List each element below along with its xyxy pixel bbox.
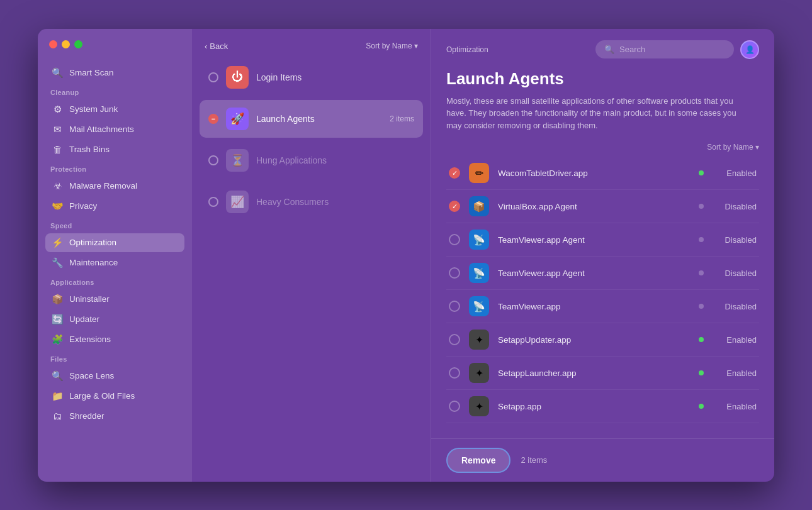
sidebar-item-malware-removal[interactable]: ☣ Malware Removal (45, 177, 184, 196)
app-row-setapp[interactable]: ✦ Setapp.app Enabled (446, 390, 759, 423)
app-row-teamviewer3[interactable]: 📡 TeamViewer.app Disabled (446, 290, 759, 323)
setapp-label: Setapp.app (498, 402, 690, 411)
setapp-updater-status: Enabled (713, 335, 757, 345)
teamviewer1-status-dot (699, 237, 704, 242)
sidebar-section-speed: Speed (45, 217, 184, 232)
teamviewer2-checkbox[interactable] (449, 267, 460, 279)
hung-apps-icon: ⏳ (226, 149, 249, 172)
sidebar-item-mail-attachments[interactable]: ✉ Mail Attachments (45, 120, 184, 139)
search-icon: 🔍 (604, 45, 614, 54)
space-lens-icon: 🔍 (52, 370, 63, 382)
heavy-consumers-radio (208, 197, 218, 207)
setapp-launcher-status: Enabled (713, 369, 757, 378)
setapp-launcher-checkbox[interactable] (449, 367, 460, 379)
setapp-updater-status-dot (699, 337, 704, 342)
hung-apps-radio (208, 155, 218, 165)
sidebar-item-label: Updater (69, 314, 99, 324)
sidebar-item-privacy[interactable]: 🤝 Privacy (45, 197, 184, 216)
trash-icon: 🗑 (52, 144, 63, 155)
page-title: Launch Agents (446, 69, 759, 89)
right-header: Optimization 🔍 👤 (431, 29, 774, 59)
list-item-launch-agents[interactable]: − 🚀 Launch Agents 2 items (200, 100, 423, 138)
back-chevron-icon: ‹ (205, 42, 207, 51)
sidebar-item-label: Uninstaller (69, 294, 110, 304)
sidebar-section-files: Files (45, 350, 184, 365)
setapp-launcher-icon: ✦ (469, 363, 489, 383)
sidebar-item-trash-bins[interactable]: 🗑 Trash Bins (45, 140, 184, 159)
teamviewer3-checkbox[interactable] (449, 301, 460, 312)
teamviewer3-status: Disabled (713, 302, 757, 311)
sidebar-item-updater[interactable]: 🔄 Updater (45, 310, 184, 329)
close-button[interactable] (49, 40, 57, 48)
mail-icon: ✉ (52, 124, 63, 135)
sidebar-item-label: Maintenance (69, 258, 118, 267)
virtualbox-checkbox[interactable] (449, 201, 460, 212)
virtualbox-icon: 📦 (469, 196, 489, 216)
setapp-status: Enabled (713, 402, 757, 411)
sidebar-item-label: Optimization (69, 238, 116, 247)
app-row-teamviewer1[interactable]: 📡 TeamViewer.app Agent Disabled (446, 223, 759, 257)
setapp-updater-checkbox[interactable] (449, 334, 460, 345)
heavy-consumers-icon: 📈 (226, 191, 249, 213)
app-row-wacom[interactable]: ✏ WacomTabletDriver.app Enabled (446, 157, 759, 190)
teamviewer3-status-dot (699, 304, 704, 309)
wacom-label: WacomTabletDriver.app (498, 169, 690, 178)
setapp-checkbox[interactable] (449, 401, 460, 412)
apps-sort-button[interactable]: Sort by Name ▾ (446, 143, 759, 152)
app-row-virtualbox[interactable]: 📦 VirtualBox.app Agent Disabled (446, 190, 759, 223)
sidebar-item-optimization[interactable]: ⚡ Optimization (45, 233, 184, 252)
large-files-icon: 📁 (52, 391, 63, 402)
middle-header: ‹ Back Sort by Name ▾ (192, 29, 431, 58)
teamviewer1-checkbox[interactable] (449, 234, 460, 245)
heavy-consumers-label: Heavy Consumers (256, 197, 414, 207)
app-row-setapp-launcher[interactable]: ✦ SetappLauncher.app Enabled (446, 357, 759, 390)
maintenance-icon: 🔧 (52, 257, 63, 269)
launch-agents-label: Launch Agents (256, 114, 382, 124)
virtualbox-status: Disabled (713, 202, 757, 211)
login-items-icon: ⏻ (226, 66, 249, 89)
sidebar-item-system-junk[interactable]: ⚙ System Junk (45, 100, 184, 119)
teamviewer1-status: Disabled (713, 235, 757, 245)
sidebar-item-maintenance[interactable]: 🔧 Maintenance (45, 253, 184, 272)
setapp-launcher-status-dot (699, 370, 704, 375)
sidebar-item-uninstaller[interactable]: 📦 Uninstaller (45, 290, 184, 309)
sidebar-item-shredder[interactable]: 🗂 Shredder (45, 407, 184, 426)
app-row-teamviewer2[interactable]: 📡 TeamViewer.app Agent Disabled (446, 257, 759, 290)
wacom-checkbox[interactable] (449, 167, 460, 179)
wacom-status-dot (699, 170, 704, 175)
smart-scan-icon: 🔍 (52, 67, 63, 79)
sidebar-item-large-old-files[interactable]: 📁 Large & Old Files (45, 387, 184, 406)
sidebar-item-space-lens[interactable]: 🔍 Space Lens (45, 367, 184, 385)
sidebar-item-label: Large & Old Files (69, 391, 135, 401)
right-panel: Optimization 🔍 👤 Launch Agents Mostly, t… (431, 29, 774, 482)
app-row-setapp-updater[interactable]: ✦ SetappUpdater.app Enabled (446, 323, 759, 357)
list-item-hung-applications[interactable]: ⏳ Hung Applications (200, 141, 423, 179)
page-description: Mostly, these are small satellite applic… (446, 95, 748, 132)
user-avatar[interactable]: 👤 (740, 40, 759, 59)
sidebar-item-label: Mail Attachments (69, 125, 134, 134)
avatar-icon: 👤 (745, 45, 755, 54)
sidebar-item-extensions[interactable]: 🧩 Extensions (45, 330, 184, 349)
middle-panel: ‹ Back Sort by Name ▾ ⏻ Login Items − 🚀 … (192, 29, 431, 482)
search-input[interactable] (619, 45, 725, 54)
login-items-label: Login Items (256, 72, 407, 82)
sort-button[interactable]: Sort by Name ▾ (366, 42, 418, 50)
search-box[interactable]: 🔍 (595, 40, 734, 58)
fullscreen-button[interactable] (74, 40, 82, 48)
back-button[interactable]: ‹ Back (205, 42, 228, 51)
wacom-status: Enabled (713, 169, 757, 178)
sidebar-item-label: Space Lens (69, 371, 114, 380)
wacom-icon: ✏ (469, 163, 489, 183)
sidebar-item-smart-scan[interactable]: 🔍 Smart Scan (45, 64, 184, 82)
malware-icon: ☣ (52, 180, 63, 192)
list-item-heavy-consumers[interactable]: 📈 Heavy Consumers (200, 183, 423, 221)
sidebar: 🔍 Smart Scan Cleanup ⚙ System Junk ✉ Mai… (38, 29, 192, 482)
list-item-login-items[interactable]: ⏻ Login Items (200, 58, 423, 96)
sidebar-item-label: Privacy (69, 201, 97, 211)
breadcrumb: Optimization (446, 45, 488, 54)
minimize-button[interactable] (62, 40, 70, 48)
shredder-icon: 🗂 (52, 411, 63, 422)
remove-button[interactable]: Remove (446, 448, 510, 473)
setapp-status-dot (699, 404, 704, 409)
sidebar-item-label: Extensions (69, 335, 111, 344)
